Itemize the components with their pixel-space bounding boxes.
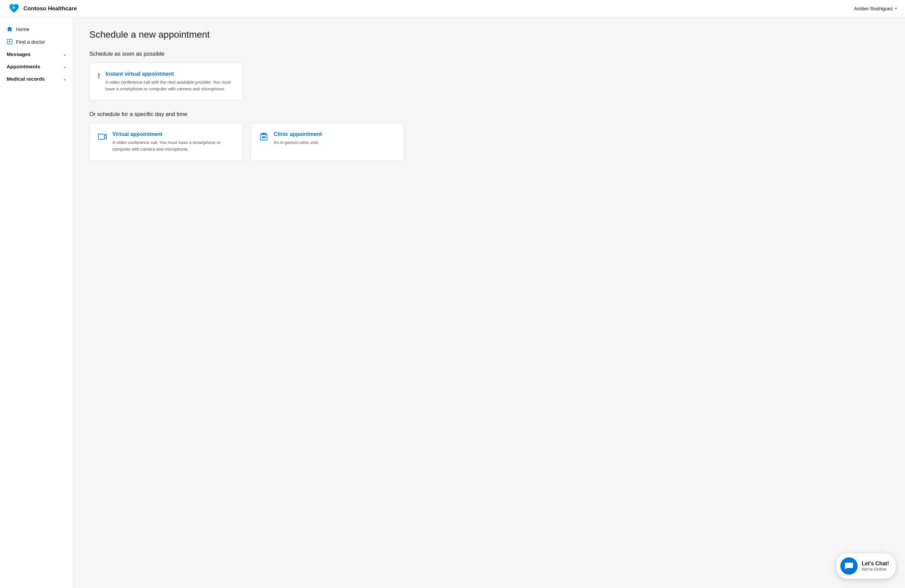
logo-icon [8,3,20,15]
chat-widget[interactable]: Let's Chat! We're Online [836,553,895,578]
svg-rect-4 [260,135,267,140]
virtual-card-title: Virtual appointment [113,132,234,137]
video-call-icon [98,132,107,143]
app-header: Contoso Healthcare Amber Rodriguez ▾ [0,0,905,17]
virtual-card-content: Virtual appointment A video conference c… [113,132,234,152]
instant-alert-icon: ! [98,72,100,80]
section2-title: Or schedule for a specific day and time [89,111,889,118]
page-title: Schedule a new appointment [89,29,889,40]
clinic-appointment-card[interactable]: Clinic appointment An in-person clinic v… [251,123,404,161]
appointments-label: Appointments [7,64,40,69]
instant-card-content: Instant virtual appointment A video conf… [105,71,234,92]
clinic-card-content: Clinic appointment An in-person clinic v… [274,132,322,146]
sidebar-home-label: Home [16,26,29,32]
chat-subtitle: We're Online [862,567,889,572]
sidebar-item-find-doctor[interactable]: Find a doctor [0,35,73,48]
brand: Contoso Healthcare [8,3,77,15]
section1-title: Schedule as soon as possible [89,51,889,57]
specific-cards-row: Virtual appointment A video conference c… [89,123,889,161]
main-content: Schedule a new appointment Schedule as s… [73,17,905,588]
chat-avatar-circle [840,557,857,575]
chat-text: Let's Chat! We're Online [862,561,889,572]
instant-card-desc: A video conference call with the next av… [105,79,234,92]
find-doctor-icon [7,39,13,45]
appointments-chevron-icon: ⌄ [63,64,67,69]
medical-records-chevron-icon: ⌄ [63,77,67,81]
virtual-appointment-card[interactable]: Virtual appointment A video conference c… [89,123,243,161]
page-layout: Home Find a doctor Messages ⌄ Appointmen… [0,17,905,588]
chat-title: Let's Chat! [862,561,889,567]
user-menu[interactable]: Amber Rodriguez ▾ [854,6,897,11]
user-name: Amber Rodriguez [854,6,893,11]
brand-name: Contoso Healthcare [23,5,77,12]
sidebar-item-home[interactable]: Home [0,23,73,35]
sidebar-item-medical-records[interactable]: Medical records ⌄ [0,73,73,85]
messages-chevron-icon: ⌄ [63,52,67,57]
clinic-card-desc: An in-person clinic visit. [274,139,322,146]
chat-icon [844,561,854,571]
virtual-card-desc: A video conference call. You must have a… [113,139,234,152]
home-icon [7,26,13,32]
chevron-down-icon: ▾ [895,6,897,11]
medical-records-label: Medical records [7,76,45,82]
svg-rect-5 [262,137,264,138]
sidebar-item-messages[interactable]: Messages ⌄ [0,48,73,60]
instant-virtual-appointment-card[interactable]: ! Instant virtual appointment A video co… [89,63,243,100]
sidebar: Home Find a doctor Messages ⌄ Appointmen… [0,17,73,588]
sidebar-item-appointments[interactable]: Appointments ⌄ [0,60,73,73]
messages-label: Messages [7,51,31,57]
instant-card-title: Instant virtual appointment [105,71,234,77]
svg-rect-6 [264,137,265,138]
svg-rect-3 [98,134,104,139]
sidebar-find-doctor-label: Find a doctor [16,39,45,45]
clinic-building-icon [259,132,268,143]
clinic-card-title: Clinic appointment [274,132,322,137]
